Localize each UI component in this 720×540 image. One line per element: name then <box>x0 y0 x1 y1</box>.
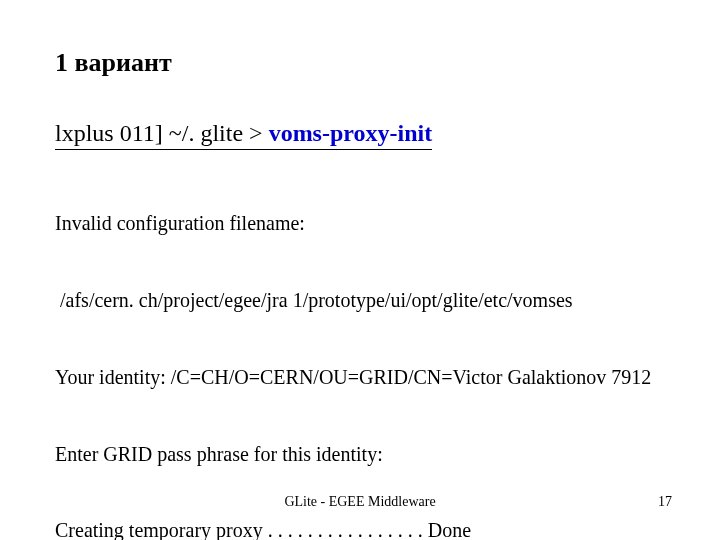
output-line: Creating temporary proxy . . . . . . . .… <box>55 518 651 540</box>
slide: 1 вариант lxplus 011] ~/. glite > voms-p… <box>0 0 720 540</box>
output-line: /afs/cern. ch/project/egee/jra 1/prototy… <box>55 288 651 314</box>
page-number: 17 <box>658 494 672 510</box>
command-line: lxplus 011] ~/. glite > voms-proxy-init <box>55 120 432 150</box>
command-name: voms-proxy-init <box>269 120 433 146</box>
footer-title: GLite - EGEE Middleware <box>0 494 720 510</box>
command-prompt: lxplus 011] ~/. glite > <box>55 120 269 146</box>
terminal-output: Invalid configuration filename: /afs/cer… <box>55 160 651 540</box>
output-line: Invalid configuration filename: <box>55 211 651 237</box>
output-line: Enter GRID pass phrase for this identity… <box>55 442 651 468</box>
output-line: Your identity: /C=CH/O=CERN/OU=GRID/CN=V… <box>55 365 651 391</box>
slide-heading: 1 вариант <box>55 48 172 78</box>
